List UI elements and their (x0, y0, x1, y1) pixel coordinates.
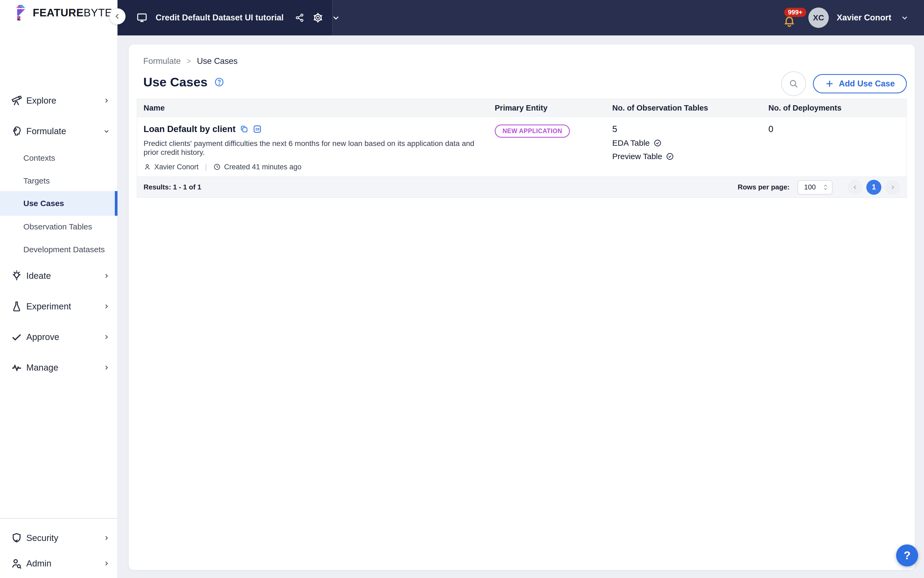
table-footer: Results: 1 - 1 of 1 Rows per page: 100 1 (137, 177, 906, 198)
sidebar-item-explore[interactable]: Explore (0, 89, 118, 113)
breadcrumb-use-cases: Use Cases (197, 56, 238, 66)
chevron-right-icon (103, 560, 110, 567)
cell-name: Loan Default by client ID Predict client… (137, 117, 488, 177)
table-row[interactable]: Loan Default by client ID Predict client… (137, 117, 906, 177)
sidebar-item-security[interactable]: Security (0, 526, 118, 550)
observation-tables-count: 5 (612, 124, 755, 134)
sidebar-item-approve[interactable]: Approve (0, 325, 118, 349)
chevron-right-icon (889, 184, 896, 190)
column-header-name: Name (137, 104, 488, 112)
checkmark-icon (10, 331, 23, 343)
sidebar-item-targets[interactable]: Targets (0, 172, 118, 190)
breadcrumb-separator: > (187, 57, 191, 65)
sidebar-item-contexts[interactable]: Contexts (0, 149, 118, 167)
sidebar-item-observation-tables[interactable]: Observation Tables (0, 218, 118, 235)
catalog-bar: Credit Default Dataset UI tutorial (118, 0, 333, 36)
lightbulb-icon (10, 270, 23, 282)
stepper-icon (823, 183, 828, 191)
avatar[interactable]: XC (808, 8, 829, 28)
user-name: Xavier Conort (837, 13, 891, 23)
svg-text:ID: ID (255, 127, 259, 132)
add-use-case-button[interactable]: Add Use Case (813, 74, 907, 93)
notifications-button[interactable]: 999+ (783, 7, 802, 30)
check-circle-icon (653, 139, 661, 147)
column-header-primary-entity: Primary Entity (488, 104, 606, 112)
page-1-button[interactable]: 1 (866, 180, 881, 195)
preview-table-label: Preview Table (612, 152, 662, 161)
share-icon[interactable] (295, 13, 305, 23)
chevron-right-icon (103, 334, 110, 341)
featurebyte-logo[interactable]: FEATUREBYTE (15, 5, 112, 20)
primary-entity-badge[interactable]: NEW APPLICATION (495, 125, 570, 138)
plus-icon (825, 79, 834, 88)
cell-deployments: 0 (762, 117, 906, 177)
sidebar-divider (0, 518, 118, 519)
use-case-description: Predict clients' payment difficulties th… (144, 139, 482, 157)
gear-icon[interactable] (313, 12, 323, 23)
use-cases-table: Name Primary Entity No. of Observation T… (137, 99, 907, 198)
search-button[interactable] (781, 71, 806, 96)
use-case-name[interactable]: Loan Default by client (144, 124, 235, 134)
eda-table-label: EDA Table (612, 138, 650, 148)
created-time: Created 41 minutes ago (224, 163, 301, 171)
sidebar-item-formulate[interactable]: Formulate (0, 119, 118, 143)
copy-icon[interactable] (240, 125, 248, 133)
table-header-row: Name Primary Entity No. of Observation T… (137, 99, 906, 117)
user-search-icon (10, 558, 23, 570)
breadcrumb-formulate[interactable]: Formulate (143, 56, 181, 66)
rows-per-page-select[interactable]: 100 (798, 180, 833, 195)
deployments-count: 0 (768, 124, 900, 134)
monitor-icon (136, 12, 148, 23)
brain-gear-icon (10, 125, 23, 137)
chevron-right-icon (103, 303, 110, 310)
sidebar-item-experiment[interactable]: Experiment (0, 294, 118, 318)
breadcrumb: Formulate > Use Cases (143, 56, 238, 66)
cell-observation-tables: 5 EDA Table Preview Table (606, 117, 762, 177)
sidebar-item-use-cases[interactable]: Use Cases (0, 191, 118, 216)
topbar-user-area: 999+ XC Xavier Conort (333, 0, 924, 36)
chevron-left-icon (852, 184, 858, 190)
shield-check-icon (10, 532, 23, 544)
sidebar-item-development-datasets[interactable]: Development Datasets (0, 241, 118, 258)
featurebyte-logo-text: FEATUREBYTE (33, 7, 112, 19)
author-name: Xavier Conort (154, 163, 199, 171)
notification-count-badge: 999+ (784, 8, 806, 17)
activity-icon (10, 362, 23, 373)
sidebar-item-admin[interactable]: Admin (0, 552, 118, 576)
sidebar-item-manage[interactable]: Manage (0, 356, 118, 380)
search-icon (789, 79, 798, 89)
featurebyte-logo-icon (15, 5, 29, 20)
meta-divider: | (205, 162, 207, 171)
chevron-right-icon (103, 272, 110, 279)
column-header-deployments: No. of Deployments (762, 104, 906, 112)
sidebar-collapse-button[interactable] (109, 8, 126, 24)
chevron-right-icon (103, 97, 110, 104)
main-content-card: Formulate > Use Cases Use Cases Add Use … (129, 45, 915, 570)
sidebar: FEATUREBYTE Explore Formulate Contexts T… (0, 0, 118, 578)
help-circle-icon[interactable] (214, 77, 224, 87)
chevron-down-icon (103, 128, 110, 135)
column-header-observation-tables: No. of Observation Tables (606, 104, 762, 112)
bell-icon (783, 15, 796, 28)
page-title: Use Cases (143, 75, 207, 89)
results-count: Results: 1 - 1 of 1 (144, 183, 201, 191)
previous-page-button[interactable] (848, 180, 862, 195)
sidebar-item-ideate[interactable]: Ideate (0, 264, 118, 288)
chevron-right-icon (103, 364, 110, 371)
top-bar: Credit Default Dataset UI tutorial 999+ … (118, 0, 924, 36)
person-icon (144, 163, 151, 170)
next-page-button[interactable] (885, 180, 900, 195)
catalog-title: Credit Default Dataset UI tutorial (156, 13, 284, 23)
telescope-icon (10, 95, 23, 107)
chevron-right-icon (103, 534, 110, 542)
cell-primary-entity: NEW APPLICATION (488, 117, 606, 177)
check-circle-icon (666, 153, 674, 161)
user-menu-chevron-icon[interactable] (900, 13, 909, 22)
rows-per-page-label: Rows per page: (738, 183, 789, 191)
clock-icon (213, 163, 221, 170)
copy-id-icon[interactable]: ID (253, 125, 262, 134)
help-fab-button[interactable]: ? (896, 544, 918, 567)
flask-icon (10, 300, 23, 312)
